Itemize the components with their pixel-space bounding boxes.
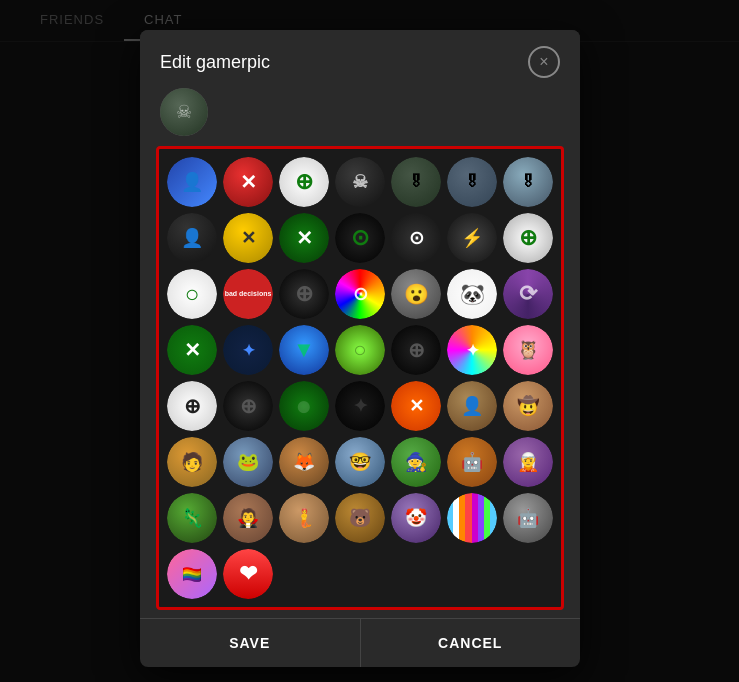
avatar-item[interactable]: 👤 (447, 381, 497, 431)
avatar-item[interactable]: ❤ (223, 549, 273, 599)
avatar-item[interactable]: ✕ (391, 381, 441, 431)
avatar-item[interactable]: 🦎 (167, 493, 217, 543)
avatar-item[interactable]: ⊕ (279, 269, 329, 319)
avatar-item[interactable]: ⊙ (335, 213, 385, 263)
avatar-item[interactable]: 🐸 (223, 437, 273, 487)
avatar-item[interactable]: ● (279, 381, 329, 431)
avatar-item[interactable]: ✕ (167, 325, 217, 375)
avatar-item[interactable]: ⊙ (391, 213, 441, 263)
avatar-item[interactable]: ✕ (223, 157, 273, 207)
modal-header: Edit gamerpic × (140, 30, 580, 88)
avatar-item[interactable]: 🎖 (503, 157, 553, 207)
avatar-item[interactable]: ⊕ (391, 325, 441, 375)
avatar-item[interactable]: 👤 (167, 213, 217, 263)
avatar-item[interactable]: ⊕ (503, 213, 553, 263)
avatar-item[interactable]: 🧜 (279, 493, 329, 543)
save-button[interactable]: SAVE (140, 619, 361, 667)
avatar-item[interactable]: 🤖 (503, 493, 553, 543)
edit-gamerpic-modal: Edit gamerpic × ☠ 👤✕⊕☠🎖🎖🎖👤✕✕⊙⊙⚡⊕○bad dec… (140, 30, 580, 667)
avatar-item[interactable]: ✕ (279, 213, 329, 263)
avatar-item[interactable]: ○ (167, 269, 217, 319)
avatar-item[interactable] (447, 493, 497, 543)
avatar-item[interactable]: 🐻 (335, 493, 385, 543)
avatar-item[interactable]: 🤡 (391, 493, 441, 543)
avatar-item[interactable]: 🎖 (391, 157, 441, 207)
avatar-item[interactable]: ✕ (223, 213, 273, 263)
modal-title: Edit gamerpic (160, 52, 270, 73)
avatar-item[interactable]: ⊕ (223, 381, 273, 431)
avatar-item[interactable]: 🤖 (447, 437, 497, 487)
avatar-item[interactable]: ⊕ (279, 157, 329, 207)
avatar-grid-container: 👤✕⊕☠🎖🎖🎖👤✕✕⊙⊙⚡⊕○bad decisions⊕⊙😮🐼⟳✕✦▼○⊕✦🦉… (156, 146, 564, 610)
avatar-item[interactable]: 🧙 (391, 437, 441, 487)
avatar-item[interactable]: 🐼 (447, 269, 497, 319)
avatar-item[interactable]: ✦ (335, 381, 385, 431)
close-button[interactable]: × (528, 46, 560, 78)
avatar-item[interactable]: 🤠 (503, 381, 553, 431)
avatar-item[interactable]: ⟳ (503, 269, 553, 319)
avatar-item[interactable]: 🧑 (167, 437, 217, 487)
avatar-item[interactable]: 🤓 (335, 437, 385, 487)
avatar-item[interactable]: 👤 (167, 157, 217, 207)
avatar-item[interactable]: 😮 (391, 269, 441, 319)
avatar-item[interactable]: 🏳️‍🌈 (167, 549, 217, 599)
avatar-item[interactable]: ☠ (335, 157, 385, 207)
avatar-item[interactable]: 🧝 (503, 437, 553, 487)
avatar-item[interactable]: ○ (335, 325, 385, 375)
cancel-button[interactable]: CANCEL (361, 619, 581, 667)
avatar-item[interactable]: 🧛 (223, 493, 273, 543)
avatar-item[interactable]: ⚡ (447, 213, 497, 263)
avatar-grid: 👤✕⊕☠🎖🎖🎖👤✕✕⊙⊙⚡⊕○bad decisions⊕⊙😮🐼⟳✕✦▼○⊕✦🦉… (167, 157, 553, 599)
avatar-item[interactable]: bad decisions (223, 269, 273, 319)
avatar-item[interactable]: ▼ (279, 325, 329, 375)
avatar-item[interactable]: 🦉 (503, 325, 553, 375)
modal-footer: SAVE CANCEL (140, 618, 580, 667)
avatar-item[interactable]: ⊙ (335, 269, 385, 319)
avatar-item[interactable]: ✦ (223, 325, 273, 375)
current-avatar: ☠ (160, 88, 208, 136)
close-icon: × (539, 53, 548, 71)
avatar-item[interactable]: ✦ (447, 325, 497, 375)
avatar-item[interactable]: ⊕ (167, 381, 217, 431)
avatar-item[interactable]: 🦊 (279, 437, 329, 487)
avatar-item[interactable]: 🎖 (447, 157, 497, 207)
